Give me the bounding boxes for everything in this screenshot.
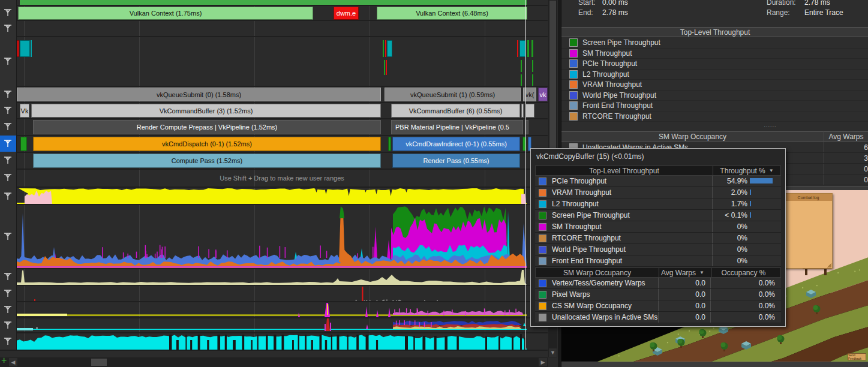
scrollbar-thumb[interactable] (91, 359, 107, 366)
event-marker[interactable] (519, 40, 525, 57)
legend-item[interactable]: L2 Throughput (561, 70, 868, 80)
row-pin-icon[interactable] (3, 139, 13, 148)
dispatch-marker[interactable] (388, 137, 391, 151)
top-level-throughput-graph[interactable] (16, 205, 548, 268)
row-pin-icon[interactable] (3, 272, 13, 281)
row-label: Screen Pipe Throughput (552, 211, 630, 219)
row-pin-icon[interactable] (3, 231, 13, 241)
row-pin-icon[interactable] (3, 173, 13, 182)
event-marker[interactable] (521, 74, 522, 86)
event-marker[interactable] (521, 60, 522, 72)
event-marker[interactable] (20, 40, 30, 57)
tooltip-title: vkCmdCopyBuffer (15) (<0.01ms) (536, 152, 785, 161)
row-pin-icon[interactable] (3, 305, 13, 314)
event-marker[interactable] (532, 60, 533, 72)
event-marker[interactable] (384, 60, 385, 75)
row-pin-icon[interactable] (3, 191, 13, 201)
legend-swatch (569, 80, 578, 89)
vkcommandbuffer-mini-bar[interactable] (525, 104, 534, 118)
tooltip-occupancy-table: SM Warp Occupancy Avg Warps ▼ Occupancy … (535, 267, 781, 323)
horizontal-scrollbar[interactable]: ◀ ▶ (0, 357, 548, 367)
throughput-track-graph-4[interactable] (16, 318, 548, 332)
row-pin-icon[interactable] (3, 320, 13, 330)
occupancy-row: Unallocated Warps in Active SMs 0.0 0.0% (535, 312, 781, 323)
occupancy-header-label: SM Warp Occupancy (561, 133, 824, 141)
event-marker[interactable] (386, 60, 387, 75)
row-value: 0% (713, 234, 747, 242)
row-pin-icon[interactable] (3, 89, 13, 99)
end-value: 2.78 ms (602, 8, 628, 17)
vkqueuesubmit-0-bar[interactable]: vkQueueSubmit (0) (1.58ms) (17, 88, 381, 101)
event-marker[interactable] (387, 40, 392, 57)
row-pin-icon[interactable] (3, 336, 13, 346)
timeline-cursor[interactable] (525, 0, 526, 350)
queue-starvation-graph[interactable] (16, 188, 548, 204)
event-marker[interactable] (385, 40, 386, 57)
row-pin-icon[interactable] (3, 122, 13, 131)
vulkan-context-bar-2[interactable]: Vulkan Context (6.48ms) (377, 7, 527, 20)
row-pin-icon[interactable] (3, 8, 13, 17)
avg-warps-value: 6 (824, 143, 868, 152)
dispatch-marker[interactable] (20, 137, 27, 151)
row-swatch (539, 200, 546, 208)
row-pin-icon[interactable] (3, 56, 13, 66)
vulkan-context-bar-1[interactable]: Vulkan Context (1.75ms) (18, 7, 313, 20)
event-marker[interactable] (517, 40, 518, 57)
row-pin-icon[interactable] (3, 106, 13, 115)
legend-swatch (569, 59, 578, 68)
frame-activity-bar[interactable] (20, 0, 527, 5)
avg-warps-value: 0.0 (658, 300, 710, 311)
row-pin-icon[interactable] (3, 155, 13, 165)
pbr-material-pipeline-bar[interactable]: PBR Material Pipeline | VkPipeline (0.5 (391, 120, 523, 134)
vkcommandbuffer-mini-bar[interactable] (521, 104, 524, 118)
legend-item[interactable]: VRAM Throughput (561, 80, 868, 91)
scroll-left-icon[interactable]: ◀ (9, 358, 17, 366)
add-row-icon[interactable]: + (1, 356, 10, 365)
legend-item[interactable]: Screen Pipe Throughput (561, 38, 868, 49)
dwm-process-bar[interactable]: dwm.e (334, 7, 359, 20)
avg-warps-value: 0 (824, 176, 868, 184)
vkcommandbuffer-clipped-bar[interactable]: Vk (20, 104, 29, 118)
vkcmddrawindirect-bar[interactable]: vkCmdDrawIndirect (0-1) (0.55ms) (392, 137, 520, 151)
compute-pass-bar[interactable]: Compute Pass (1.52ms) (33, 154, 381, 168)
event-marker[interactable] (531, 40, 533, 57)
vkqueuesubmit-purple-bar[interactable]: vk (538, 88, 548, 101)
row-label: VRAM Throughput (552, 188, 611, 197)
legend-item[interactable]: Front End Throughput (561, 101, 868, 112)
legend-label: Screen Pipe Throughput (582, 38, 660, 47)
avg-warps-value: 0.0 (658, 289, 710, 300)
legend-item[interactable]: PCIe Throughput (561, 59, 868, 70)
compute-prepass-pipeline-bar[interactable]: Render Compute Prepass | VkPipeline (1.5… (33, 120, 381, 134)
event-marker[interactable] (17, 40, 19, 57)
legend-item[interactable]: SM Throughput (561, 49, 868, 59)
timeline-row-icon-column (0, 0, 17, 350)
render-pass-bar[interactable]: Render Pass (0.55ms) (392, 154, 520, 168)
legend-item[interactable]: World Pipe Throughput (561, 91, 868, 101)
row-value: < 0.1% (713, 211, 747, 219)
throughput-track-graph-1[interactable] (16, 269, 548, 285)
vkqueuesubmit-1-bar[interactable]: vkQueueSubmit (1) (0.59ms) (385, 88, 521, 101)
sort-descending-icon: ▼ (769, 168, 774, 173)
event-marker[interactable] (31, 40, 32, 57)
vkcmddispatch-bar[interactable]: vkCmdDispatch (0-1) (1.52ms) (33, 137, 381, 151)
panel-splitter-handle[interactable]: ...... (752, 122, 788, 128)
scroll-down-icon[interactable]: ▼ (549, 348, 557, 357)
gpu-busy-graph[interactable] (16, 333, 548, 350)
legend-swatch (569, 70, 578, 79)
scrollbar-thumb[interactable] (549, 1, 556, 151)
occupancy-col-header: SM Warp Occupancy (536, 269, 659, 277)
row-pin-icon[interactable] (3, 288, 13, 298)
row-pin-icon[interactable] (3, 23, 13, 33)
event-marker[interactable] (527, 40, 529, 57)
legend-swatch (569, 112, 578, 121)
vkcommandbuffer-3-bar[interactable]: VkCommandBuffer (3) (1.52ms) (31, 104, 381, 118)
scroll-right-icon[interactable]: ▶ (539, 358, 547, 366)
vkcommandbuffer-6-bar[interactable]: VkCommandBuffer (6) (0.55ms) (391, 104, 520, 118)
throughput-track-graph-3[interactable] (16, 302, 548, 317)
event-marker[interactable] (383, 40, 384, 57)
legend-swatch (569, 38, 578, 47)
throughput-track-graph-2[interactable] (16, 285, 548, 301)
legend-item[interactable]: RTCORE Throughput (561, 112, 868, 122)
row-swatch (539, 314, 546, 321)
event-marker[interactable] (532, 74, 533, 86)
